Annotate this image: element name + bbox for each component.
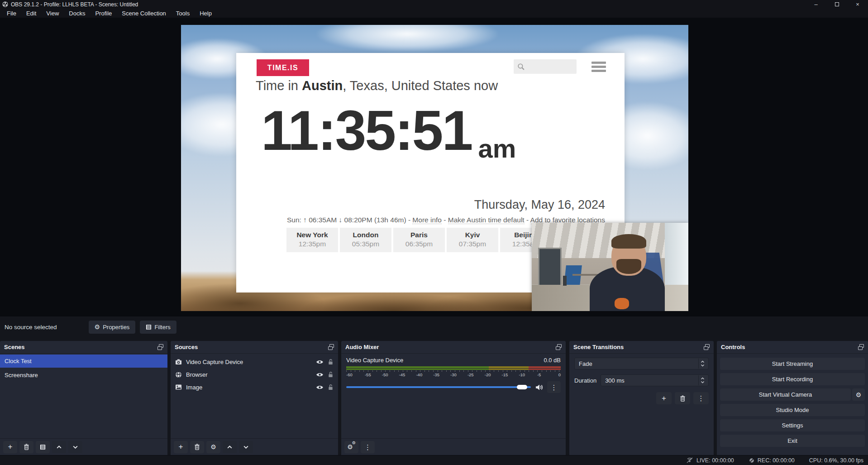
timeis-logo[interactable]: TIME.IS: [257, 59, 309, 76]
audio-mixer-dock: Audio Mixer Video Capture Device 0.0 dB …: [341, 341, 566, 455]
program-canvas[interactable]: TIME.IS Time in Austin, Texas, United St…: [181, 25, 688, 311]
restore-button[interactable]: [826, 0, 847, 9]
start-recording-button[interactable]: Start Recording: [720, 373, 865, 385]
scene-transitions-dock: Scene Transitions Fade Duration 300 ms: [569, 341, 714, 455]
dock-area: Scenes Clock Test Screenshare + Sourc: [0, 337, 868, 455]
settings-button[interactable]: Settings: [720, 419, 865, 431]
chevron-down-icon: [243, 445, 249, 449]
chevron-up-icon: [227, 445, 233, 449]
unlock-icon[interactable]: [328, 371, 334, 378]
advanced-audio-properties-button[interactable]: ⚙⚙: [344, 441, 358, 453]
scene-filters-button[interactable]: [36, 441, 50, 453]
start-virtual-camera-button[interactable]: Start Virtual Camera: [720, 388, 851, 401]
remove-source-button[interactable]: [190, 441, 204, 453]
trash-icon: [24, 444, 29, 450]
eye-visible-icon[interactable]: [316, 384, 324, 390]
menu-tools[interactable]: Tools: [171, 10, 195, 17]
start-streaming-button[interactable]: Start Streaming: [720, 358, 865, 370]
close-icon: ×: [856, 1, 859, 8]
remove-transition-button[interactable]: [675, 392, 690, 404]
plus-icon: +: [179, 442, 183, 451]
live-status: LIVE: 00:00:00: [686, 457, 734, 464]
add-scene-button[interactable]: +: [3, 441, 17, 453]
move-scene-down-button[interactable]: [68, 441, 82, 453]
eye-visible-icon[interactable]: [316, 359, 324, 365]
speaker-icon[interactable]: [535, 384, 543, 391]
add-source-button[interactable]: +: [174, 441, 188, 453]
rec-status: REC: 00:00:00: [749, 457, 795, 464]
eye-visible-icon[interactable]: [316, 372, 324, 378]
title-bar: OBS 29.1.2 - Profile: LLHLS BETA - Scene…: [0, 0, 868, 9]
city-tile[interactable]: London05:35pm: [340, 228, 391, 252]
source-toolbar: No source selected ⚙ Properties Filters: [0, 316, 868, 337]
make-default-link[interactable]: Make Austin time default: [448, 216, 525, 224]
properties-button[interactable]: ⚙ Properties: [89, 321, 136, 334]
combo-arrows-icon: [698, 359, 706, 369]
menu-help[interactable]: Help: [195, 10, 217, 17]
popout-icon[interactable]: [858, 344, 864, 350]
mixer-channel-menu-button[interactable]: ⋮: [547, 381, 561, 393]
close-button[interactable]: ×: [847, 0, 868, 9]
exit-button[interactable]: Exit: [720, 435, 865, 447]
source-item-video-capture[interactable]: Video Capture Device: [171, 355, 338, 368]
remove-scene-button[interactable]: [19, 441, 33, 453]
menu-view[interactable]: View: [41, 10, 64, 17]
filters-icon: [40, 444, 46, 450]
hamburger-menu-icon[interactable]: [591, 62, 606, 72]
more-info-link[interactable]: More info: [412, 216, 442, 224]
source-item-browser[interactable]: Browser: [171, 368, 338, 381]
gear-icon: ⚙: [856, 392, 862, 398]
plus-icon: +: [8, 442, 13, 451]
volume-slider-handle[interactable]: [517, 385, 527, 389]
scene-item-clock-test[interactable]: Clock Test: [0, 355, 167, 368]
popout-icon[interactable]: [328, 344, 334, 350]
mixer-menu-button[interactable]: ⋮: [361, 441, 375, 453]
spinner-arrows-icon[interactable]: [698, 375, 706, 385]
transition-select[interactable]: Fade: [574, 358, 709, 369]
volume-slider[interactable]: [346, 386, 531, 388]
menu-profile[interactable]: Profile: [90, 10, 117, 17]
city-tile[interactable]: Kyiv07:35pm: [447, 228, 498, 252]
duration-input[interactable]: 300 ms: [601, 374, 709, 386]
duration-label: Duration: [574, 377, 596, 384]
restore-icon: [835, 2, 839, 6]
scene-item-screenshare[interactable]: Screenshare: [0, 369, 167, 382]
volume-meter: [346, 366, 561, 370]
unlock-icon[interactable]: [328, 359, 334, 365]
source-item-image[interactable]: Image: [171, 381, 338, 393]
popout-icon[interactable]: [157, 344, 163, 350]
move-source-down-button[interactable]: [239, 441, 253, 453]
menu-scene-collection[interactable]: Scene Collection: [117, 10, 171, 17]
popout-icon[interactable]: [704, 344, 710, 350]
filters-icon: [146, 324, 152, 330]
menu-bar: File Edit View Docks Profile Scene Colle…: [0, 9, 868, 18]
add-transition-button[interactable]: +: [656, 392, 672, 404]
minimize-button[interactable]: –: [806, 0, 826, 9]
source-properties-button[interactable]: ⚙: [206, 441, 220, 453]
unlock-icon[interactable]: [328, 384, 334, 391]
kebab-menu-icon: ⋮: [364, 444, 371, 451]
menu-edit[interactable]: Edit: [21, 10, 41, 17]
menu-file[interactable]: File: [2, 10, 21, 17]
city-tile[interactable]: New York12:35pm: [286, 228, 338, 252]
move-source-up-button[interactable]: [223, 441, 237, 453]
transition-properties-button[interactable]: ⋮: [693, 392, 709, 404]
preview-area[interactable]: TIME.IS Time in Austin, Texas, United St…: [0, 18, 868, 316]
cpu-fps-status: CPU: 0.6%, 30.00 fps: [809, 457, 863, 464]
clock-time: 11:35:51: [261, 95, 472, 167]
globe-icon: [175, 371, 182, 378]
chevron-up-icon: [56, 445, 62, 449]
filters-button[interactable]: Filters: [140, 321, 176, 334]
virtual-camera-config-button[interactable]: ⚙: [852, 388, 865, 401]
studio-mode-button[interactable]: Studio Mode: [720, 404, 865, 416]
trash-icon: [194, 444, 200, 450]
popout-icon[interactable]: [556, 344, 562, 350]
menu-docks[interactable]: Docks: [64, 10, 90, 17]
gear-icon: ⚙: [95, 324, 100, 330]
timeis-search-input[interactable]: [514, 59, 577, 74]
plus-icon: +: [662, 394, 666, 403]
city-tile[interactable]: Paris06:35pm: [393, 228, 445, 252]
status-bar: LIVE: 00:00:00 REC: 00:00:00 CPU: 0.6%, …: [0, 455, 868, 465]
move-scene-up-button[interactable]: [52, 441, 66, 453]
timeis-headline: Time in Austin, Texas, United States now: [256, 78, 498, 93]
